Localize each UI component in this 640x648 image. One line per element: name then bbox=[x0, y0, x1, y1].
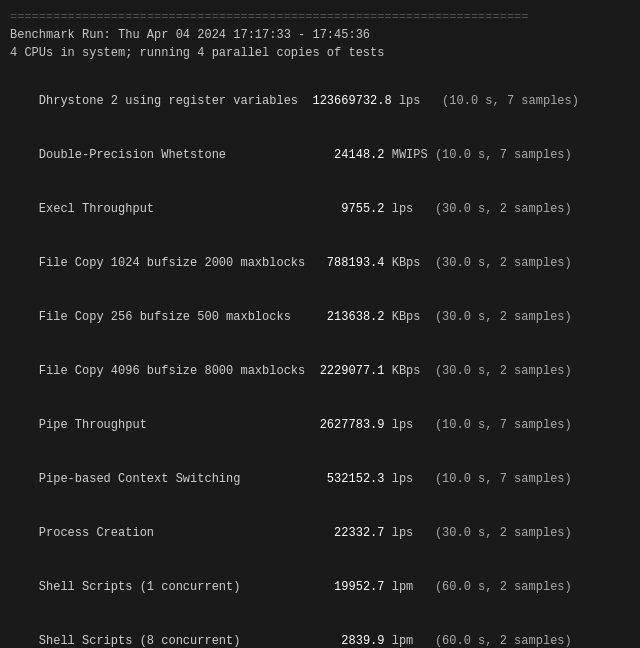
top-separator: ========================================… bbox=[10, 8, 630, 26]
bench-row-4: File Copy 256 bufsize 500 maxblocks 2136… bbox=[10, 290, 630, 344]
terminal-output: ========================================… bbox=[10, 8, 630, 648]
bench-row-10: Shell Scripts (8 concurrent) 2839.9 lpm … bbox=[10, 614, 630, 648]
header-line2: 4 CPUs in system; running 4 parallel cop… bbox=[10, 44, 630, 62]
bench-row-5: File Copy 4096 bufsize 8000 maxblocks 22… bbox=[10, 344, 630, 398]
bench-row-0: Dhrystone 2 using register variables 123… bbox=[10, 74, 630, 128]
bench-row-8: Process Creation 22332.7 lps (30.0 s, 2 … bbox=[10, 506, 630, 560]
bench-row-3: File Copy 1024 bufsize 2000 maxblocks 78… bbox=[10, 236, 630, 290]
header-line1: Benchmark Run: Thu Apr 04 2024 17:17:33 … bbox=[10, 26, 630, 44]
bench-row-2: Execl Throughput 9755.2 lps (30.0 s, 2 s… bbox=[10, 182, 630, 236]
bench-row-9: Shell Scripts (1 concurrent) 19952.7 lpm… bbox=[10, 560, 630, 614]
bench-row-1: Double-Precision Whetstone 24148.2 MWIPS… bbox=[10, 128, 630, 182]
bench-row-7: Pipe-based Context Switching 532152.3 lp… bbox=[10, 452, 630, 506]
bench-row-6: Pipe Throughput 2627783.9 lps (10.0 s, 7… bbox=[10, 398, 630, 452]
